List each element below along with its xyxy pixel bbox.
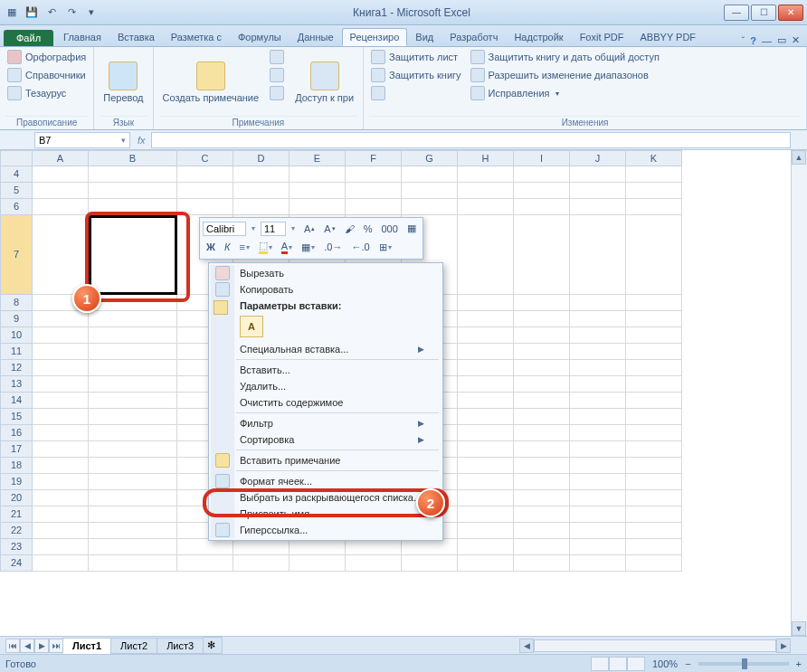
ctx-dropdown-list[interactable]: Выбрать из раскрывающегося списка... [211, 489, 441, 506]
row-header[interactable]: 8 [0, 295, 33, 311]
percent-icon[interactable]: % [360, 222, 376, 236]
format-painter-icon[interactable]: 🖌 [341, 222, 358, 236]
scroll-left-icon[interactable]: ◀ [519, 639, 534, 653]
sheet-tab-3[interactable]: Лист3 [157, 638, 204, 654]
comment-show-button[interactable] [268, 85, 286, 101]
row-header[interactable]: 24 [0, 555, 33, 572]
align-icon[interactable]: ≡▾ [235, 240, 252, 254]
row-header[interactable]: 20 [0, 490, 33, 506]
maximize-button[interactable]: ☐ [751, 5, 776, 21]
translate-button[interactable]: Перевод [100, 49, 147, 116]
mdi-minimize-icon[interactable]: — [762, 35, 772, 46]
tab-review[interactable]: Рецензиро [342, 28, 408, 46]
ctx-cut[interactable]: Вырезать [211, 265, 441, 281]
tab-insert[interactable]: Вставка [109, 28, 163, 46]
scroll-down-icon[interactable]: ▼ [792, 621, 806, 636]
col-header[interactable]: G [402, 150, 458, 166]
new-sheet-button[interactable]: ✻ [203, 637, 223, 654]
ribbon-minimize-icon[interactable]: ˇ [742, 35, 745, 46]
row-header[interactable]: 14 [0, 393, 33, 409]
paste-option-values[interactable]: A [240, 316, 263, 337]
sheet-nav-first-icon[interactable]: ⏮ [5, 639, 20, 653]
ctx-copy[interactable]: Копировать [211, 281, 441, 298]
tab-view[interactable]: Вид [407, 28, 441, 46]
row-header[interactable]: 11 [0, 344, 33, 360]
row-header[interactable]: 12 [0, 360, 33, 376]
mdi-restore-icon[interactable]: ▭ [777, 34, 786, 46]
excel-icon[interactable]: ▦ [4, 5, 20, 21]
research-button[interactable]: Справочники [5, 67, 88, 83]
grow-font-icon[interactable]: A▴ [300, 222, 318, 236]
ctx-define-name[interactable]: Присвоить имя... [211, 506, 441, 522]
col-header[interactable]: A [33, 150, 89, 166]
view-layout-button[interactable] [609, 657, 627, 671]
protect-book-button[interactable]: Защитить книгу [369, 67, 463, 83]
tab-developer[interactable]: Разработч [441, 28, 506, 46]
ctx-delete[interactable]: Удалить... [211, 378, 441, 394]
ctx-insert-comment[interactable]: Вставить примечание [211, 452, 441, 469]
bold-button[interactable]: Ж [203, 240, 219, 254]
row-header[interactable]: 4 [0, 166, 33, 183]
zoom-out-button[interactable]: − [685, 658, 690, 669]
cell-b7[interactable] [89, 215, 177, 295]
sheet-nav-last-icon[interactable]: ⏭ [49, 639, 63, 653]
row-header[interactable]: 7 [0, 215, 33, 295]
row-header[interactable]: 6 [0, 199, 33, 215]
vertical-scrollbar[interactable]: ▲ ▼ [791, 150, 807, 636]
merge-icon[interactable]: ⊞▾ [375, 240, 395, 255]
sheet-tab-1[interactable]: Лист1 [62, 638, 111, 654]
shrink-font-icon[interactable]: A▾ [320, 222, 338, 236]
fx-icon[interactable]: fx [132, 135, 151, 146]
font-select[interactable] [203, 222, 246, 236]
save-icon[interactable]: 💾 [24, 5, 40, 21]
ctx-format-cells[interactable]: Формат ячеек... [211, 473, 441, 489]
row-header[interactable]: 21 [0, 506, 33, 523]
access-comments-button[interactable]: Доступ к при [291, 49, 357, 116]
row-header[interactable]: 22 [0, 523, 33, 539]
tab-formulas[interactable]: Формулы [230, 28, 290, 46]
ctx-paste-special[interactable]: Специальная вставка...▶ [211, 341, 441, 357]
col-header[interactable]: H [458, 150, 514, 166]
col-header[interactable]: E [290, 150, 346, 166]
track-changes-button[interactable]: Исправления▾ [469, 85, 661, 101]
tab-foxit[interactable]: Foxit PDF [572, 28, 632, 46]
tab-abbyy[interactable]: ABBYY PDF [632, 28, 705, 46]
comment-prev-button[interactable] [268, 49, 286, 65]
row-header[interactable]: 13 [0, 376, 33, 393]
tab-layout[interactable]: Разметка с [163, 28, 230, 46]
ctx-hyperlink[interactable]: Гиперссылка... [211, 522, 441, 538]
select-all-button[interactable] [0, 150, 33, 166]
file-tab[interactable]: Файл [4, 30, 53, 46]
font-size-select[interactable] [261, 222, 286, 236]
close-button[interactable]: ✕ [778, 5, 803, 21]
col-header[interactable]: D [233, 150, 290, 166]
col-header[interactable]: J [570, 150, 626, 166]
horizontal-scrollbar[interactable]: ◀ ▶ [519, 639, 791, 653]
spelling-button[interactable]: Орфография [5, 49, 88, 65]
decrease-decimal-icon[interactable]: ←.0 [347, 240, 373, 254]
ctx-sort[interactable]: Сортировка▶ [211, 431, 441, 448]
view-pagebreak-button[interactable] [627, 657, 645, 671]
italic-button[interactable]: К [221, 240, 233, 254]
tab-data[interactable]: Данные [290, 28, 342, 46]
protect-share-button[interactable]: Защитить книгу и дать общий доступ [469, 49, 661, 65]
share-book-button[interactable] [369, 85, 463, 101]
row-header[interactable]: 18 [0, 458, 33, 474]
name-box[interactable]: B7▾ [34, 132, 130, 148]
increase-decimal-icon[interactable]: .0→ [320, 240, 346, 254]
row-header[interactable]: 16 [0, 425, 33, 441]
ctx-filter[interactable]: Фильтр▶ [211, 415, 441, 431]
redo-icon[interactable]: ↷ [63, 5, 80, 21]
fill-color-icon[interactable]: ⬚▾ [255, 238, 276, 256]
sheet-nav-prev-icon[interactable]: ◀ [20, 639, 34, 653]
comma-icon[interactable]: 000 [377, 222, 401, 236]
font-color-icon[interactable]: A▾ [278, 239, 296, 256]
comment-next-button[interactable] [268, 67, 286, 83]
tab-addins[interactable]: Надстройк [506, 28, 571, 46]
tab-home[interactable]: Главная [55, 28, 109, 46]
row-header[interactable]: 9 [0, 311, 33, 327]
col-header[interactable]: K [626, 150, 682, 166]
col-header[interactable]: F [346, 150, 402, 166]
row-header[interactable]: 15 [0, 409, 33, 425]
row-header[interactable]: 5 [0, 183, 33, 199]
